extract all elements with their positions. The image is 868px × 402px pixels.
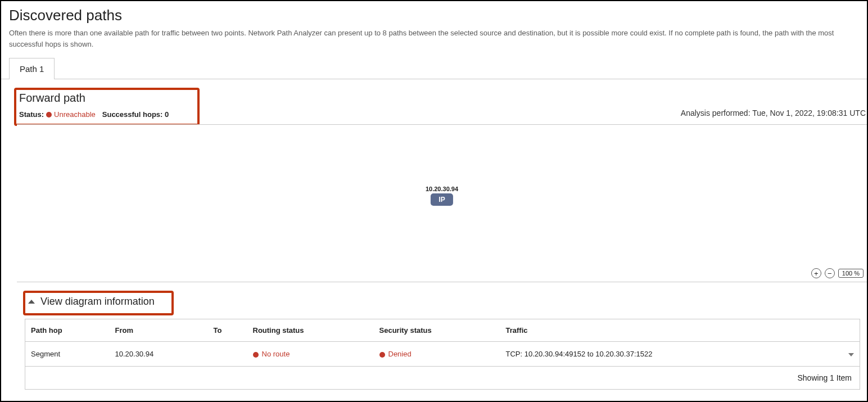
zoom-out-icon[interactable]: −	[825, 268, 835, 278]
chevron-up-icon	[28, 300, 35, 304]
divider	[17, 282, 867, 282]
view-diagram-info-label: View diagram information	[40, 296, 155, 308]
zoom-in-icon[interactable]: +	[811, 268, 821, 278]
status-dot-icon	[253, 352, 259, 358]
diagram-info-section: View diagram information Path hop From T…	[25, 292, 867, 390]
col-routing-status[interactable]: Routing status	[247, 319, 374, 342]
col-path-hop[interactable]: Path hop	[25, 319, 110, 342]
zoom-level-display[interactable]: 100 %	[838, 269, 864, 278]
forward-path-title: Forward path	[16, 89, 867, 105]
cell-traffic: TCP: 10.20.30.94:49152 to 10.20.30.37:15…	[500, 342, 838, 367]
cell-expand[interactable]	[838, 342, 860, 367]
diagram-node-ip[interactable]: 10.20.30.94 IP	[426, 186, 458, 206]
table-header-row: Path hop From To Routing status Security…	[25, 319, 860, 342]
cell-to	[208, 342, 247, 367]
diagram-node-ip-badge: IP	[431, 193, 453, 206]
diagram-info-table: Path hop From To Routing status Security…	[25, 319, 860, 367]
cell-security-status: Denied	[374, 342, 500, 367]
status-dot-icon	[379, 352, 385, 358]
page-title: Discovered paths	[1, 1, 867, 28]
page-description: Often there is more than one available p…	[1, 28, 867, 57]
col-from[interactable]: From	[110, 319, 208, 342]
tabs-row: Path 1	[1, 57, 867, 79]
cell-routing-status: No route	[247, 342, 374, 367]
status-dot-icon	[46, 112, 52, 118]
path-diagram-canvas[interactable]: 10.20.30.94 IP + − 100 %	[17, 124, 867, 282]
view-diagram-info-toggle[interactable]: View diagram information	[25, 292, 860, 311]
zoom-controls: + − 100 %	[811, 268, 864, 278]
status-value: Unreachable	[54, 110, 96, 119]
col-traffic[interactable]: Traffic	[500, 319, 860, 342]
cell-path-hop: Segment	[25, 342, 110, 367]
diagram-node-ip-label: 10.20.30.94	[426, 186, 458, 192]
cell-from: 10.20.30.94	[110, 342, 208, 367]
col-to[interactable]: To	[208, 319, 247, 342]
chevron-down-icon	[848, 353, 854, 356]
forward-path-block: Forward path Status: Unreachable Success…	[16, 89, 867, 119]
tab-path-1[interactable]: Path 1	[9, 58, 55, 79]
table-row[interactable]: Segment 10.20.30.94 No route Denied TCP:…	[25, 342, 860, 367]
analysis-performed: Analysis performed: Tue, Nov 1, 2022, 19…	[681, 109, 867, 118]
successful-hops-label: Successful hops: 0	[102, 110, 169, 119]
col-security-status[interactable]: Security status	[374, 319, 500, 342]
table-footer: Showing 1 Item	[25, 367, 860, 390]
status-label: Status:	[19, 110, 44, 119]
